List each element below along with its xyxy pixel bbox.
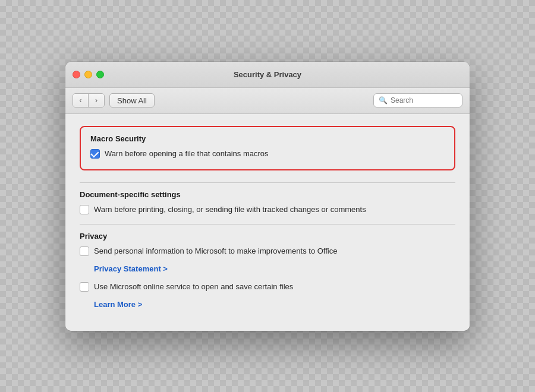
- privacy-checkbox-row-1: Send personal information to Microsoft t…: [80, 246, 455, 256]
- show-all-button[interactable]: Show All: [109, 93, 155, 108]
- doc-warn-checkbox[interactable]: [80, 205, 89, 214]
- doc-checkbox-row: Warn before printing, closing, or sendin…: [80, 205, 455, 214]
- privacy-statement-link[interactable]: Privacy Statement >: [94, 264, 168, 273]
- close-button[interactable]: [73, 71, 80, 78]
- macro-warn-label: Warn before opening a file that contains…: [105, 149, 269, 158]
- main-window: Security & Privacy ‹ › Show All 🔍 Macro …: [65, 62, 470, 331]
- traffic-lights: [73, 71, 104, 78]
- back-button[interactable]: ‹: [73, 94, 89, 107]
- macro-warn-checkbox[interactable]: [90, 149, 100, 159]
- privacy-title: Privacy: [80, 232, 455, 241]
- content-area: Macro Security Warn before opening a fil…: [65, 114, 470, 331]
- search-input[interactable]: [391, 96, 457, 105]
- document-settings-title: Document-specific settings: [80, 190, 455, 199]
- search-icon: 🔍: [379, 96, 388, 105]
- nav-group: ‹ ›: [73, 93, 105, 108]
- minimize-button[interactable]: [84, 71, 92, 78]
- search-box: 🔍: [373, 93, 462, 108]
- doc-warn-label: Warn before printing, closing, or sendin…: [94, 205, 366, 214]
- macro-security-section: Macro Security Warn before opening a fil…: [80, 126, 455, 170]
- privacy-send-info-checkbox[interactable]: [80, 246, 89, 256]
- titlebar: Security & Privacy: [65, 62, 470, 88]
- privacy-section: Privacy Send personal information to Mic…: [80, 232, 455, 309]
- forward-button[interactable]: ›: [89, 94, 104, 107]
- privacy-send-info-label: Send personal information to Microsoft t…: [94, 246, 337, 255]
- divider-2: [80, 224, 455, 225]
- maximize-button[interactable]: [96, 71, 104, 78]
- window-title: Security & Privacy: [234, 70, 301, 79]
- document-settings-section: Document-specific settings Warn before p…: [80, 190, 455, 214]
- divider-1: [80, 182, 455, 183]
- macro-checkbox-row: Warn before opening a file that contains…: [90, 149, 445, 159]
- learn-more-link[interactable]: Learn More >: [94, 300, 142, 309]
- privacy-online-service-label: Use Microsoft online service to open and…: [94, 282, 293, 291]
- privacy-online-service-checkbox[interactable]: [80, 282, 89, 292]
- macro-security-title: Macro Security: [90, 134, 445, 143]
- privacy-checkbox-row-2: Use Microsoft online service to open and…: [80, 282, 455, 292]
- toolbar: ‹ › Show All 🔍: [65, 88, 470, 114]
